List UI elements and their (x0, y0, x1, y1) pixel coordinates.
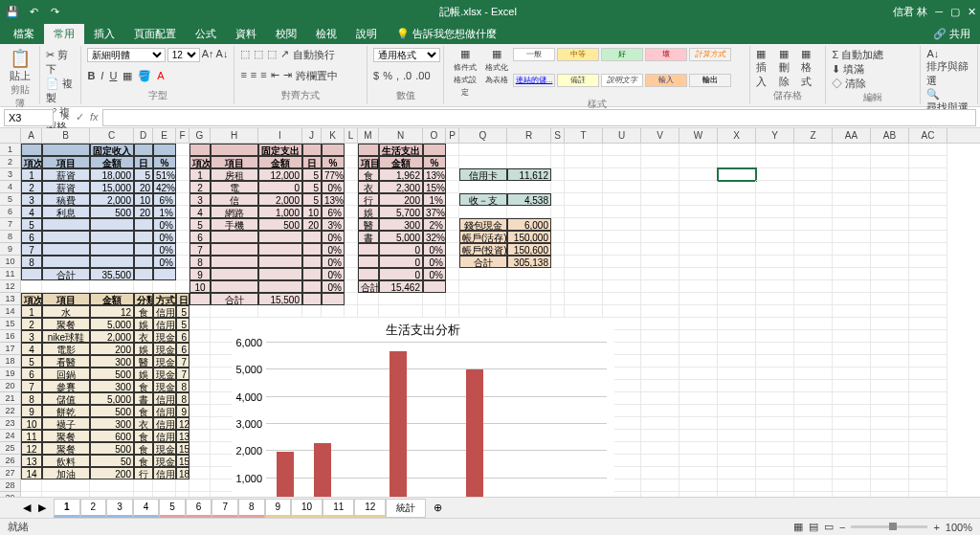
cancel-formula-icon[interactable]: ✕ (61, 111, 70, 123)
cell[interactable] (641, 380, 679, 392)
worksheet-area[interactable]: ABCDEFGHIJKLMNOPQRSTUVWXYZAAABAC 1固定收入固定… (0, 128, 980, 512)
row-header[interactable]: 22 (0, 405, 21, 417)
cell[interactable] (833, 231, 871, 243)
cell[interactable] (679, 280, 718, 293)
cell[interactable] (833, 442, 871, 455)
cell[interactable] (833, 243, 871, 256)
cell[interactable] (871, 467, 909, 479)
cell[interactable] (603, 181, 641, 193)
zoom-in-icon[interactable]: + (933, 522, 939, 533)
cell[interactable]: % (322, 156, 345, 168)
cell[interactable] (909, 305, 947, 318)
cell[interactable] (679, 442, 718, 455)
cell[interactable] (302, 231, 322, 243)
cell[interactable] (345, 305, 358, 318)
cell[interactable] (641, 218, 679, 231)
window-max-icon[interactable]: ▢ (950, 6, 960, 18)
cell[interactable]: 3 (21, 193, 42, 206)
cell[interactable] (90, 256, 134, 268)
cell[interactable] (176, 156, 189, 168)
cell[interactable] (794, 392, 833, 405)
cell[interactable] (641, 181, 679, 193)
cell[interactable] (833, 380, 871, 392)
cell[interactable]: 3 (21, 330, 42, 343)
cell[interactable] (909, 467, 947, 479)
cell[interactable]: 15,462 (379, 280, 423, 293)
cell[interactable] (211, 280, 258, 293)
cell[interactable] (756, 218, 794, 231)
cell[interactable] (756, 305, 794, 318)
cell[interactable] (679, 144, 718, 156)
cell[interactable]: 看醫 (42, 355, 90, 368)
cell[interactable] (909, 231, 947, 243)
cell[interactable] (909, 144, 947, 156)
cell[interactable] (176, 144, 189, 156)
cell[interactable] (871, 168, 909, 181)
cell[interactable] (42, 231, 90, 243)
cell[interactable]: 飲料 (42, 455, 90, 467)
cell[interactable] (42, 144, 90, 156)
cell[interactable] (345, 293, 358, 305)
cell[interactable] (794, 318, 833, 330)
select-all-corner[interactable] (0, 128, 21, 143)
cell[interactable]: 加油 (42, 467, 90, 479)
sheet-nav-next-icon[interactable]: ▶ (38, 502, 46, 514)
col-header[interactable]: K (322, 128, 345, 143)
cell[interactable] (679, 231, 718, 243)
cell[interactable]: 15% (423, 181, 446, 193)
cell[interactable] (603, 144, 641, 156)
cell[interactable] (211, 144, 258, 156)
col-header[interactable]: AC (909, 128, 947, 143)
row-header[interactable]: 10 (0, 256, 21, 268)
cell[interactable]: 0% (423, 243, 446, 256)
cell[interactable]: 手機 (211, 218, 258, 231)
cell[interactable] (909, 268, 947, 280)
cell[interactable] (909, 380, 947, 392)
cell[interactable]: 11 (21, 430, 42, 442)
cell[interactable]: 電影 (42, 343, 90, 355)
cell[interactable] (603, 168, 641, 181)
cell[interactable]: 固定支出 (258, 144, 302, 156)
cell[interactable] (909, 318, 947, 330)
cell[interactable]: 0% (322, 243, 345, 256)
cell[interactable] (322, 144, 345, 156)
cell[interactable] (153, 280, 176, 293)
cell[interactable]: 500 (90, 368, 134, 380)
cell[interactable] (833, 218, 871, 231)
cell[interactable] (718, 168, 756, 181)
cell[interactable] (718, 430, 756, 442)
col-header[interactable]: Y (756, 128, 794, 143)
row-header[interactable]: 1 (0, 144, 21, 156)
cell[interactable]: 方式 (153, 293, 176, 305)
cell[interactable]: 12,000 (258, 168, 302, 181)
chart-bar[interactable] (390, 351, 407, 506)
cell[interactable] (345, 206, 358, 218)
cell[interactable] (551, 280, 565, 293)
cell[interactable]: 行 (134, 467, 153, 479)
cell[interactable]: 20 (302, 218, 322, 231)
cell[interactable] (871, 380, 909, 392)
window-min-icon[interactable]: ─ (935, 6, 943, 17)
orientation-icon[interactable]: ↗ (280, 48, 289, 62)
cell[interactable] (794, 293, 833, 305)
cell[interactable]: 13% (423, 168, 446, 181)
cell[interactable]: 2 (21, 318, 42, 330)
row-header[interactable]: 18 (0, 355, 21, 368)
cell[interactable] (345, 268, 358, 280)
cell[interactable] (21, 144, 42, 156)
zoom-out-icon[interactable]: − (839, 522, 845, 533)
cell[interactable] (641, 280, 679, 293)
cell[interactable]: 醫 (134, 355, 153, 368)
cell[interactable] (833, 355, 871, 368)
cell[interactable] (565, 293, 603, 305)
cell[interactable] (446, 293, 459, 305)
cell[interactable] (459, 293, 507, 305)
cell[interactable] (756, 318, 794, 330)
cell[interactable] (794, 405, 833, 417)
cell[interactable]: 信用卡 (153, 417, 176, 430)
cell[interactable] (302, 268, 322, 280)
cell[interactable]: 7 (176, 368, 189, 380)
col-header[interactable]: N (379, 128, 423, 143)
cell[interactable]: 200 (90, 343, 134, 355)
cell[interactable] (679, 392, 718, 405)
